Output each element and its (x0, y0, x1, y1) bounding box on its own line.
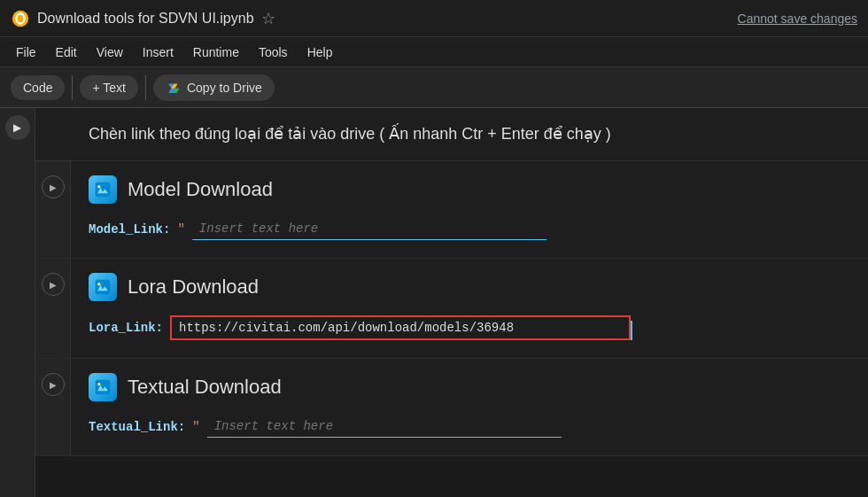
svg-rect-1 (96, 182, 111, 198)
notebook-area: Chèn link theo đúng loại để tải vào driv… (35, 108, 868, 497)
model-download-cell: ▶ Model Download Model_Link: " (35, 161, 868, 259)
lora-link-key: Lora_Link: (89, 321, 163, 335)
lora-download-title: Lora Download (128, 276, 259, 299)
code-label: Code (23, 81, 52, 95)
content-area: ▶ Chèn link theo đúng loại để tải vào dr… (0, 108, 868, 497)
plus-text-label: + Text (92, 81, 126, 95)
lora-download-cell: ▶ Lora Download Lora_Link: (35, 259, 868, 359)
menu-bar: File Edit View Insert Runtime Tools Help (0, 37, 868, 67)
cursor-indicator (631, 321, 632, 340)
menu-insert[interactable]: Insert (134, 42, 182, 63)
svg-point-4 (97, 283, 100, 285)
menu-tools[interactable]: Tools (250, 42, 297, 63)
cell-gutter-3: ▶ (35, 359, 71, 455)
section-header-2: Lora Download (89, 273, 850, 301)
textual-download-icon (89, 373, 117, 401)
notebook-title: Download tools for SDVN UI.ipynb (37, 11, 254, 27)
menu-file[interactable]: File (7, 42, 45, 63)
title-bar: Download tools for SDVN UI.ipynb ☆ Canno… (0, 0, 868, 37)
colab-icon (11, 9, 30, 28)
lora-link-input[interactable] (170, 315, 631, 340)
textual-quote: " (192, 420, 199, 434)
add-text-button[interactable]: + Text (80, 75, 138, 100)
toolbar-divider (72, 75, 73, 100)
cell-run-button-3[interactable]: ▶ (42, 373, 65, 396)
cell-run-button-2[interactable]: ▶ (42, 273, 65, 296)
cell-content-3: Textual Download Textual_Link: " (71, 359, 868, 455)
section-header-1: Model Download (89, 175, 850, 204)
cannot-save-label[interactable]: Cannot save changes (738, 12, 857, 26)
textual-download-cell: ▶ Textual Download Textual_Link: " (35, 359, 868, 456)
model-link-line: Model_Link: " (89, 218, 850, 240)
toolbar-divider-2 (145, 75, 146, 100)
model-link-input[interactable] (192, 218, 546, 240)
lora-download-icon (89, 273, 117, 301)
lora-link-line: Lora_Link: (89, 315, 850, 340)
menu-help[interactable]: Help (298, 42, 342, 63)
section-header-3: Textual Download (89, 373, 850, 401)
title-bar-left: Download tools for SDVN UI.ipynb ☆ (11, 9, 738, 28)
textual-download-title: Textual Download (128, 376, 282, 399)
cell-gutter-2: ▶ (35, 259, 71, 358)
copy-to-drive-button[interactable]: Copy to Drive (153, 74, 275, 101)
left-sidebar-strip: ▶ (0, 108, 35, 497)
menu-view[interactable]: View (88, 42, 132, 63)
header-cell: Chèn link theo đúng loại để tải vào driv… (35, 108, 868, 161)
svg-rect-5 (96, 380, 111, 395)
svg-point-2 (97, 185, 100, 188)
cell-content-2: Lora Download Lora_Link: (71, 259, 868, 358)
favorite-icon[interactable]: ☆ (261, 9, 275, 28)
model-download-icon (89, 175, 117, 204)
svg-point-6 (97, 383, 100, 385)
svg-rect-3 (96, 280, 111, 295)
toolbar: Code + Text Copy to Drive (0, 67, 868, 108)
model-quote: " (177, 222, 184, 237)
drive-icon (166, 80, 182, 96)
menu-runtime[interactable]: Runtime (184, 42, 248, 63)
textual-link-input[interactable] (207, 415, 562, 438)
lora-input-wrapper (170, 315, 631, 340)
textual-link-line: Textual_Link: " (89, 415, 850, 438)
textual-link-key: Textual_Link: (89, 420, 185, 434)
header-text: Chèn link theo đúng loại để tải vào driv… (89, 125, 611, 143)
run-all-button[interactable]: ▶ (5, 115, 30, 140)
cell-run-button-1[interactable]: ▶ (42, 175, 65, 198)
model-download-title: Model Download (128, 178, 273, 201)
model-link-key: Model_Link: (89, 222, 170, 237)
menu-edit[interactable]: Edit (47, 42, 86, 63)
cell-content-1: Model Download Model_Link: " (71, 161, 868, 258)
copy-to-drive-label: Copy to Drive (187, 81, 262, 95)
cell-gutter-1: ▶ (35, 161, 71, 258)
code-button[interactable]: Code (11, 75, 65, 100)
